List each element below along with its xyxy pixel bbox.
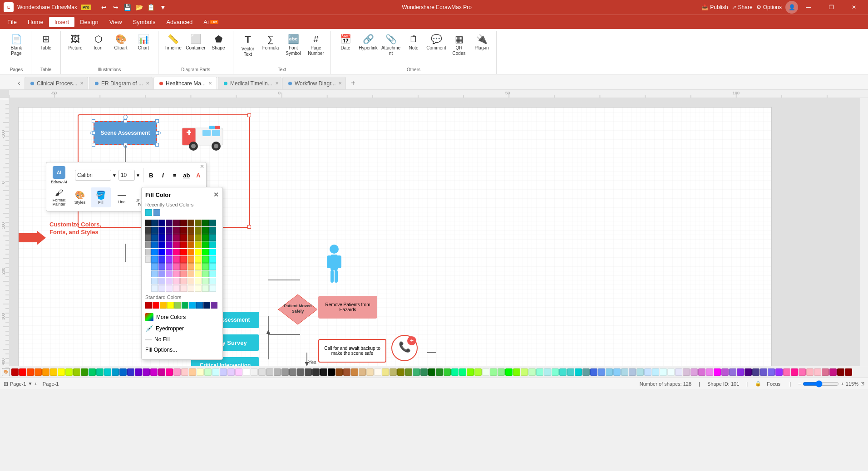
timeline-btn[interactable]: 📏 Timeline [162,33,184,64]
color-strip-swatch-84[interactable] [660,368,667,376]
menu-insert[interactable]: Insert [49,17,75,27]
color-strip-swatch-4[interactable] [42,368,49,376]
blank-page-btn[interactable]: 📄 BlankPage [5,33,27,64]
color-strip-swatch-68[interactable] [536,368,543,376]
spectrum-swatch[interactable] [187,256,194,263]
spectrum-swatch[interactable] [166,234,173,241]
spectrum-swatch[interactable] [187,234,194,241]
spectrum-swatch[interactable] [158,249,165,255]
color-strip-swatch-94[interactable] [737,368,744,376]
spectrum-swatch[interactable] [202,256,209,263]
tab-healthcare[interactable]: Healthcare Ma... ✕ [153,77,217,89]
spectrum-swatch[interactable] [209,278,216,285]
tab-medical-timeline[interactable]: Medical Timelin... ✕ [218,77,281,89]
options-btn[interactable]: ⚙Options [756,4,782,10]
spectrum-swatch[interactable] [166,278,173,285]
color-strip-swatch-59[interactable] [467,368,474,376]
rotation-handle[interactable] [123,115,128,119]
color-strip-swatch-14[interactable] [119,368,127,376]
color-strip-swatch-71[interactable] [559,368,567,376]
spectrum-swatch[interactable] [209,220,216,226]
color-strip-swatch-39[interactable] [312,368,320,376]
menu-design[interactable]: Design [74,17,104,27]
standard-color-swatch[interactable] [160,302,167,309]
color-strip-swatch-58[interactable] [459,368,466,376]
hyperlink-btn[interactable]: 🔗 Hyperlink [357,33,379,64]
canvas-surface[interactable]: Customize Colors,Fonts, and Styles Scene… [18,107,772,366]
spectrum-swatch[interactable] [166,285,173,292]
standard-color-swatch[interactable] [203,302,210,309]
tab-scroll-left[interactable]: ‹ [14,77,25,89]
standard-color-swatch[interactable] [182,302,188,309]
menu-home[interactable]: Home [22,17,49,27]
tab-er-diagram[interactable]: ER Diagram of ... ✕ [89,77,153,89]
scene-assessment-container[interactable]: Scene Assessment [94,121,157,145]
share-btn[interactable]: ↗Share [732,4,753,10]
spectrum-swatch[interactable] [195,249,202,255]
pages-icon[interactable]: ⊞ [4,381,8,387]
spectrum-swatch[interactable] [145,220,151,226]
spectrum-swatch[interactable] [158,263,165,270]
spectrum-swatch[interactable] [209,270,216,277]
sel-handle-tr[interactable] [247,113,251,117]
color-strip-swatch-22[interactable] [181,368,188,376]
user-avatar[interactable]: 👤 [785,1,798,14]
color-strip-swatch-100[interactable] [783,368,790,376]
format-painter-btn[interactable]: 🖌 FormatPainter [49,187,69,208]
spectrum-swatch[interactable] [195,241,202,248]
color-strip-swatch-64[interactable] [505,368,513,376]
spectrum-swatch[interactable] [151,278,158,285]
recent-color-2[interactable] [153,209,160,216]
color-strip-swatch-70[interactable] [552,368,559,376]
spectrum-swatch[interactable] [166,256,173,263]
color-strip-swatch-65[interactable] [513,368,520,376]
call-backup-box[interactable]: Call for and await backup to make the sc… [318,339,386,363]
font-size-dropdown[interactable]: ▼ [136,173,140,178]
redo-btn[interactable]: ↪ [110,2,121,13]
spectrum-swatch[interactable] [158,234,165,241]
color-strip-swatch-75[interactable] [590,368,597,376]
font-name-dropdown[interactable]: ▼ [112,173,117,178]
color-strip-swatch-6[interactable] [58,368,65,376]
color-strip-swatch-98[interactable] [768,368,775,376]
color-strip-swatch-56[interactable] [444,368,451,376]
color-strip-swatch-67[interactable] [528,368,536,376]
color-strip-swatch-50[interactable] [397,368,404,376]
color-strip-swatch-45[interactable] [359,368,366,376]
spectrum-swatch[interactable] [158,220,165,226]
page-number-btn[interactable]: # PageNumber [305,33,327,64]
color-strip-swatch-42[interactable] [335,368,343,376]
spectrum-swatch[interactable] [166,249,173,255]
fill-popup-close[interactable]: ✕ [213,191,219,198]
color-strip-swatch-33[interactable] [266,368,273,376]
spectrum-swatch[interactable] [187,241,194,248]
color-strip-swatch-12[interactable] [104,368,111,376]
color-strip-swatch-77[interactable] [606,368,613,376]
icon-btn[interactable]: ⬡ Icon [87,33,109,64]
standard-color-swatch[interactable] [174,302,181,309]
spectrum-swatch[interactable] [158,256,165,263]
spectrum-swatch[interactable] [180,241,187,248]
color-strip-swatch-66[interactable] [521,368,528,376]
chart-btn[interactable]: 📊 Chart [133,33,154,64]
color-strip-swatch-13[interactable] [112,368,119,376]
bold-btn[interactable]: B [146,170,156,180]
handle-top-center[interactable] [123,119,127,123]
tab-close-clinical[interactable]: ✕ [80,81,84,86]
canvas-area[interactable]: Customize Colors,Fonts, and Styles Scene… [9,98,868,366]
spectrum-swatch[interactable] [173,270,180,277]
color-strip-swatch-72[interactable] [567,368,574,376]
minimize-btn[interactable]: — [798,0,819,15]
color-strip-swatch-57[interactable] [451,368,459,376]
spectrum-swatch[interactable] [166,263,173,270]
color-strip-swatch-1[interactable] [19,368,26,376]
spectrum-swatch[interactable] [166,241,173,248]
tab-close-healthcare[interactable]: ✕ [208,81,212,86]
spectrum-swatch[interactable] [195,263,202,270]
color-strip-swatch-88[interactable] [690,368,698,376]
spectrum-swatch[interactable] [151,263,158,270]
spectrum-swatch[interactable] [173,285,180,292]
color-strip-swatch-106[interactable] [829,368,837,376]
spectrum-swatch[interactable] [180,278,187,285]
publish-btn[interactable]: 📤Publish [701,4,728,10]
